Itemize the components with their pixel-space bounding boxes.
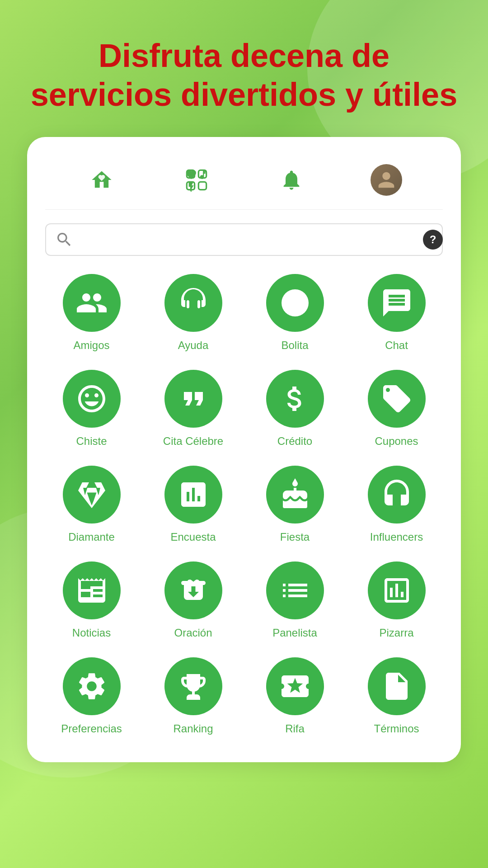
cupones-icon-circle — [368, 370, 426, 428]
fiesta-icon-circle — [266, 466, 324, 524]
chiste-icon-circle — [63, 370, 121, 428]
pizarra-icon — [380, 574, 413, 607]
grid-item-fiesta[interactable]: Fiesta — [249, 466, 341, 543]
noticias-icon — [75, 574, 108, 607]
diamante-label: Diamante — [68, 531, 115, 543]
preferencias-label: Preferencias — [61, 722, 122, 735]
ranking-icon-circle — [164, 657, 222, 715]
search-input[interactable] — [79, 232, 433, 247]
grid-item-pizarra[interactable]: Pizarra — [350, 561, 443, 639]
home-nav-button[interactable] — [86, 164, 117, 196]
encuesta-icon — [177, 478, 210, 511]
bell-nav-button[interactable] — [276, 164, 307, 196]
services-grid: AmigosAyudaBolitaChatChisteCita CélebreC… — [45, 274, 443, 735]
rifa-icon-circle — [266, 657, 324, 715]
chat-icon-circle — [368, 274, 426, 332]
chat-icon — [380, 287, 413, 319]
grid-item-preferencias[interactable]: Preferencias — [45, 657, 138, 735]
grid-item-panelista[interactable]: Panelista — [249, 561, 341, 639]
terminos-icon-circle — [368, 657, 426, 715]
preferencias-icon-circle — [63, 657, 121, 715]
diamante-icon — [75, 478, 108, 511]
cupones-label: Cupones — [375, 435, 418, 448]
page-header: Disfruta decena de servicios divertidos … — [0, 0, 488, 137]
grid-item-cita-celebre[interactable]: Cita Célebre — [147, 370, 239, 448]
amigos-label: Amigos — [73, 339, 109, 352]
pizarra-icon-circle — [368, 561, 426, 619]
fiesta-label: Fiesta — [280, 531, 310, 543]
encuesta-icon-circle — [164, 466, 222, 524]
oracion-icon — [177, 574, 210, 607]
chat-label: Chat — [385, 339, 408, 352]
noticias-icon-circle — [63, 561, 121, 619]
grid-item-bolita[interactable]: Bolita — [249, 274, 341, 352]
bolita-icon-circle — [266, 274, 324, 332]
grid-item-diamante[interactable]: Diamante — [45, 466, 138, 543]
grid-item-ranking[interactable]: Ranking — [147, 657, 239, 735]
nav-bar — [45, 155, 443, 210]
grid-item-terminos[interactable]: Términos — [350, 657, 443, 735]
rifa-label: Rifa — [285, 722, 305, 735]
grid-item-ayuda[interactable]: Ayuda — [147, 274, 239, 352]
search-bar: ? — [45, 223, 443, 256]
bolita-label: Bolita — [281, 339, 308, 352]
amigos-icon-circle — [63, 274, 121, 332]
panelista-label: Panelista — [272, 627, 317, 639]
grid-item-influencers[interactable]: Influencers — [350, 466, 443, 543]
panelista-icon-circle — [266, 561, 324, 619]
ayuda-icon-circle — [164, 274, 222, 332]
ranking-icon — [177, 670, 210, 703]
cupones-icon — [380, 382, 413, 415]
svg-rect-3 — [198, 182, 206, 189]
credito-icon-circle — [266, 370, 324, 428]
grid-item-chat[interactable]: Chat — [350, 274, 443, 352]
noticias-label: Noticias — [72, 627, 111, 639]
help-button[interactable]: ? — [423, 230, 443, 250]
grid-item-credito[interactable]: Crédito — [249, 370, 341, 448]
cita-celebre-icon-circle — [164, 370, 222, 428]
influencers-icon-circle — [368, 466, 426, 524]
rifa-icon — [279, 670, 311, 703]
grid-item-cupones[interactable]: Cupones — [350, 370, 443, 448]
influencers-icon — [380, 478, 413, 511]
ayuda-icon — [177, 287, 210, 319]
ayuda-label: Ayuda — [178, 339, 209, 352]
panelista-icon — [279, 574, 311, 607]
pizarra-label: Pizarra — [379, 627, 413, 639]
credito-label: Crédito — [277, 435, 312, 448]
terminos-icon — [380, 670, 413, 703]
terminos-label: Términos — [374, 722, 419, 735]
bolita-icon — [279, 287, 311, 319]
influencers-label: Influencers — [370, 531, 423, 543]
grid-item-chiste[interactable]: Chiste — [45, 370, 138, 448]
chiste-label: Chiste — [76, 435, 107, 448]
cita-celebre-icon — [177, 382, 210, 415]
apps-nav-button[interactable] — [181, 164, 212, 196]
grid-item-oracion[interactable]: Oración — [147, 561, 239, 639]
credito-icon — [279, 382, 311, 415]
encuesta-label: Encuesta — [170, 531, 216, 543]
cita-celebre-label: Cita Célebre — [163, 435, 223, 448]
grid-item-rifa[interactable]: Rifa — [249, 657, 341, 735]
diamante-icon-circle — [63, 466, 121, 524]
grid-item-amigos[interactable]: Amigos — [45, 274, 138, 352]
grid-item-noticias[interactable]: Noticias — [45, 561, 138, 639]
ranking-label: Ranking — [173, 722, 213, 735]
search-icon — [55, 231, 73, 249]
oracion-icon-circle — [164, 561, 222, 619]
chiste-icon — [75, 382, 108, 415]
preferencias-icon — [75, 670, 108, 703]
main-card: ? AmigosAyudaBolitaChatChisteCita Célebr… — [27, 137, 461, 762]
oracion-label: Oración — [174, 627, 212, 639]
fiesta-icon — [279, 478, 311, 511]
amigos-icon — [75, 287, 108, 319]
grid-item-encuesta[interactable]: Encuesta — [147, 466, 239, 543]
avatar-nav-button[interactable] — [371, 164, 402, 196]
page-title: Disfruta decena de servicios divertidos … — [27, 36, 461, 114]
